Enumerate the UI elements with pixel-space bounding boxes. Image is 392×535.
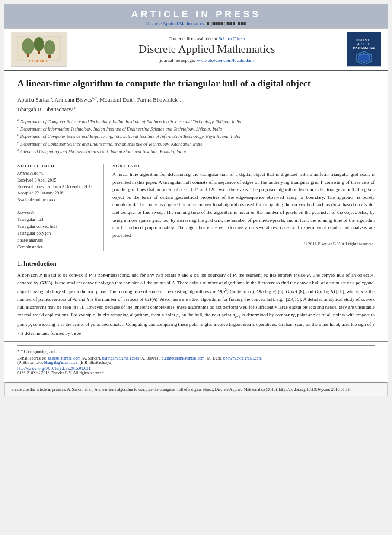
aip-subtitle: Discrete Applied Mathematics ■ (■■■■) ■■… [4,21,388,26]
affil-d: d Department of Computer Science and Eng… [17,140,375,147]
footer-notice-text: Please cite this article in press as: A.… [11,387,352,392]
divider-1 [17,160,375,160]
email-bhattacharya[interactable]: bhargab@isical.ac.in [44,360,79,365]
footnote-area: * * Corresponding author. E-mail address… [4,341,388,379]
svg-rect-6 [48,55,51,58]
history-block: Article history: Received 8 April 2015 R… [17,171,98,203]
journal-header: ELSEVIER Contents lists available at Sci… [4,28,388,71]
kw-2: Triangular convex hull [17,223,98,230]
issn-line: 0166-218X/© 2016 Elsevier B.V. All right… [17,371,375,375]
email-dutt[interactable]: duttmousumi@gmail.com [162,356,204,360]
revised-date: Received in revised form 2 December 2015 [17,183,98,190]
affil-b: b Department of Information Technology, … [17,125,375,132]
asterisk-icon: * [17,348,20,354]
abstract-text: A linear-time algorithm for determining … [112,171,375,239]
svg-rect-5 [38,51,40,54]
history-heading: Article history: [17,171,98,175]
info-divider [17,207,98,207]
copyright-line: © 2016 Elsevier B.V. All rights reserved… [112,242,375,246]
keywords-heading: Keywords: [17,210,98,215]
svg-point-3 [44,40,55,55]
aip-title: ARTICLE IN PRESS [4,9,388,20]
aip-banner: ARTICLE IN PRESS Discrete Applied Mathem… [4,4,388,28]
received-date: Received 8 April 2015 [17,177,98,183]
journal-logo-right: DISCRETE APPLIED MATHEMATICS [347,32,381,67]
introduction-section: 1. Introduction A polygon P is said to b… [4,255,388,341]
homepage-url[interactable]: www.elsevier.com/locate/dam [197,57,254,63]
svg-text:ELSEVIER: ELSEVIER [29,59,49,63]
elsevier-tree-svg: ELSEVIER [15,35,63,64]
journal-name: Discrete Applied Mathematics [76,43,338,56]
sciencedirect-text: Contents lists available at ScienceDirec… [76,36,338,41]
paper-title: A linear-time algorithm to compute the t… [17,77,375,90]
doi-line: http://dx.doi.org/10.1016/j.dam.2016.01.… [17,366,375,371]
journal-header-center: Contents lists available at ScienceDirec… [67,36,347,63]
svg-text:DISCRETE: DISCRETE [356,38,372,41]
abstract-label: ABSTRACT [112,164,375,168]
corresponding-author: * * Corresponding author. [17,348,375,355]
article-info-label: ARTICLE INFO [17,164,98,168]
doi-link[interactable]: http://dx.doi.org/10.1016/j.dam.2016.01.… [17,366,90,371]
affiliations-block: a Department of Computer Science and Tec… [17,118,375,155]
svg-text:APPLIED: APPLIED [357,42,370,45]
affil-e: e Advanced Computing and Microelectronic… [17,147,375,155]
accepted-date: Accepted 22 January 2016 [17,190,98,196]
affil-a: a Department of Computer Science and Tec… [17,118,375,125]
available-date: Available online xxxx [17,196,98,203]
two-col-section: ARTICLE INFO Article history: Received 8… [17,164,375,251]
svg-text:MATHEMATICS: MATHEMATICS [353,46,375,49]
kw-4: Shape analysis [17,237,98,244]
page: ARTICLE IN PRESS Discrete Applied Mathem… [4,4,388,396]
sciencedirect-link[interactable]: ScienceDirect [218,36,245,41]
email-bhowmick[interactable]: bhowmick@gmail.com [223,356,262,360]
kw-3: Triangular polygon [17,230,98,237]
kw-5: Combinatorics [17,244,98,251]
footnote-divider [17,345,375,346]
elsevier-logo-block: ELSEVIER [11,32,67,67]
intro-heading: 1. Introduction [17,261,375,268]
svg-point-1 [22,38,34,54]
footer-notice: Please cite this article in press as: A.… [4,382,388,396]
affil-c: c Department of Computer Science and Eng… [17,132,375,140]
email-footnote: E-mail addresses: as.besu@gmail.com (A. … [17,356,375,365]
email-biswas[interactable]: barindam@gmail.com [102,356,139,360]
intro-text: A polygon P is said to be convex if P is… [17,271,375,337]
dam-logo-svg: DISCRETE APPLIED MATHEMATICS [348,33,380,66]
keywords-block: Keywords: Triangular hull Triangular con… [17,210,98,251]
kw-1: Triangular hull [17,216,98,223]
abstract-col: ABSTRACT A linear-time algorithm for det… [112,164,375,251]
article-info-col: ARTICLE INFO Article history: Received 8… [17,164,104,251]
svg-point-2 [34,37,44,51]
email-sarkar[interactable]: as.besu@gmail.com [48,356,81,360]
journal-link[interactable]: Discrete Applied Mathematics ■ (■■■■) ■■… [146,21,246,26]
svg-rect-4 [27,54,29,57]
authors-line: Apurba Sarkara, Arindam Biswasb,*, Mousu… [17,95,375,114]
homepage-text: journal homepage: www.elsevier.com/locat… [76,57,338,63]
main-content: A linear-time algorithm to compute the t… [4,71,388,255]
